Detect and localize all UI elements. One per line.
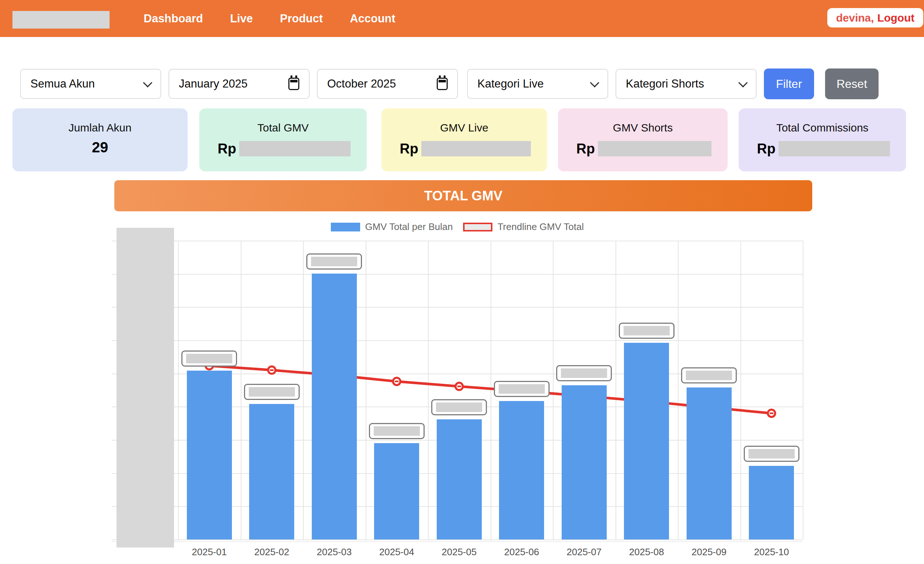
gridline-vertical [803, 241, 804, 540]
section-banner-title: TOTAL GMV [424, 188, 502, 203]
x-axis-label: 2025-07 [553, 546, 615, 558]
kategori-live-value: Kategori Live [477, 77, 591, 90]
dashboard-page: Dashboard Live Product Account devina, L… [0, 0, 924, 564]
bar-value-label-redacted [244, 384, 300, 400]
reset-button[interactable]: Reset [825, 69, 879, 99]
x-axis-label: 2025-04 [366, 546, 428, 558]
end-month-input[interactable]: October 2025 [317, 69, 458, 99]
gridline-horizontal [112, 274, 803, 275]
kategori-shorts-select[interactable]: Kategori Shorts [615, 69, 757, 99]
kategori-live-select[interactable]: Kategori Live [467, 69, 608, 99]
user-logout-button[interactable]: devina, Logout [827, 8, 923, 27]
nav-item-account[interactable]: Account [350, 12, 395, 25]
logout-label[interactable]: Logout [877, 12, 915, 24]
nav-item-live[interactable]: Live [230, 12, 253, 25]
section-banner-total-gmv: TOTAL GMV [114, 180, 812, 211]
legend-trendline-swatch[interactable] [463, 223, 492, 232]
stat-card-value: 29 [12, 139, 188, 156]
bar-value-label-redacted [681, 367, 737, 383]
gridline-horizontal [112, 340, 803, 341]
user-name-label: devina, [836, 12, 874, 24]
bar-value-label-redacted [556, 365, 612, 381]
stat-card-total-commissions: Total Commissions Rp [739, 108, 906, 171]
legend-trendline-label[interactable]: Trendline GMV Total [498, 221, 584, 233]
nav-item-product[interactable]: Product [280, 12, 323, 25]
redacted-text-block [311, 257, 357, 266]
stat-card-gmv-live: GMV Live Rp [381, 108, 547, 171]
bar-2025-03[interactable] [312, 274, 357, 540]
stat-card-title: Total GMV [199, 121, 367, 134]
redacted-text-block [686, 371, 732, 380]
start-month-value: January 2025 [179, 77, 288, 90]
main-nav: Dashboard Live Product Account [144, 0, 395, 37]
redacted-text-block [624, 326, 670, 335]
redacted-text-block [374, 426, 420, 436]
bar-2025-01[interactable] [187, 371, 232, 540]
bar-2025-06[interactable] [499, 401, 544, 540]
currency-label: Rp [400, 141, 418, 157]
redacted-text-block [499, 384, 545, 394]
account-select-value: Semua Akun [30, 77, 144, 90]
redacted-value-block [239, 141, 351, 156]
chevron-down-icon [143, 78, 152, 87]
stat-card-title: Jumlah Akun [12, 121, 188, 134]
gridline-horizontal [112, 540, 803, 540]
redacted-value-block [422, 141, 531, 156]
x-axis-label: 2025-02 [241, 546, 303, 558]
bar-value-label-redacted [619, 323, 675, 339]
bar-value-label-redacted [369, 423, 424, 439]
calendar-icon[interactable] [437, 78, 448, 90]
end-month-value: October 2025 [327, 77, 437, 90]
bar-2025-09[interactable] [687, 387, 732, 540]
chevron-down-icon [738, 78, 747, 87]
stat-card-jumlah-akun: Jumlah Akun 29 [12, 108, 188, 171]
start-month-input[interactable]: January 2025 [168, 69, 310, 99]
redacted-value-block [778, 141, 890, 156]
stat-card-title: Total Commissions [739, 121, 906, 134]
stat-card-gmv-shorts: GMV Shorts Rp [558, 108, 728, 171]
bar-value-label-redacted [744, 446, 800, 462]
bar-2025-08[interactable] [624, 343, 669, 540]
x-axis-label: 2025-10 [741, 546, 803, 558]
chevron-down-icon [590, 78, 599, 87]
nav-item-dashboard[interactable]: Dashboard [144, 12, 203, 25]
redacted-text-block [561, 368, 607, 378]
gmv-bar-chart: GMV Total per Bulan Trendline GMV Total … [112, 220, 803, 560]
redacted-text-block [186, 354, 232, 363]
bar-2025-10[interactable] [749, 466, 794, 540]
currency-label: Rp [576, 141, 595, 157]
gridline-horizontal [112, 241, 803, 241]
x-axis-border [112, 541, 803, 542]
top-navigation-bar: Dashboard Live Product Account devina, L… [0, 0, 924, 37]
stat-card-title: GMV Shorts [558, 121, 728, 134]
x-axis-label: 2025-05 [428, 546, 490, 558]
bar-value-label-redacted [494, 381, 550, 397]
kategori-shorts-value: Kategori Shorts [626, 77, 740, 90]
stat-card-total-gmv: Total GMV Rp [199, 108, 367, 171]
account-select[interactable]: Semua Akun [20, 69, 161, 99]
gridline-horizontal [112, 307, 803, 308]
chart-legend: GMV Total per Bulan Trendline GMV Total [112, 221, 803, 233]
filter-button[interactable]: Filter [764, 69, 814, 99]
bar-value-label-redacted [182, 350, 237, 367]
currency-label: Rp [218, 141, 236, 157]
legend-bar-swatch[interactable] [331, 223, 360, 232]
bar-2025-05[interactable] [437, 419, 482, 540]
redacted-text-block [436, 402, 482, 412]
redacted-text-block [748, 449, 795, 459]
x-axis-label: 2025-01 [178, 546, 240, 558]
x-axis-label: 2025-03 [303, 546, 365, 558]
x-axis-label: 2025-09 [678, 546, 740, 558]
calendar-icon[interactable] [288, 78, 299, 90]
x-axis-label: 2025-06 [490, 546, 553, 558]
bar-2025-07[interactable] [562, 385, 607, 540]
x-axis-label: 2025-08 [615, 546, 678, 558]
bar-2025-02[interactable] [249, 404, 294, 540]
y-axis-redacted-block [117, 228, 174, 548]
redacted-value-block [598, 141, 711, 156]
bar-2025-04[interactable] [374, 443, 419, 540]
currency-label: Rp [757, 141, 776, 157]
redacted-text-block [249, 387, 295, 396]
bar-value-label-redacted [306, 253, 362, 269]
legend-bar-label[interactable]: GMV Total per Bulan [365, 221, 453, 233]
